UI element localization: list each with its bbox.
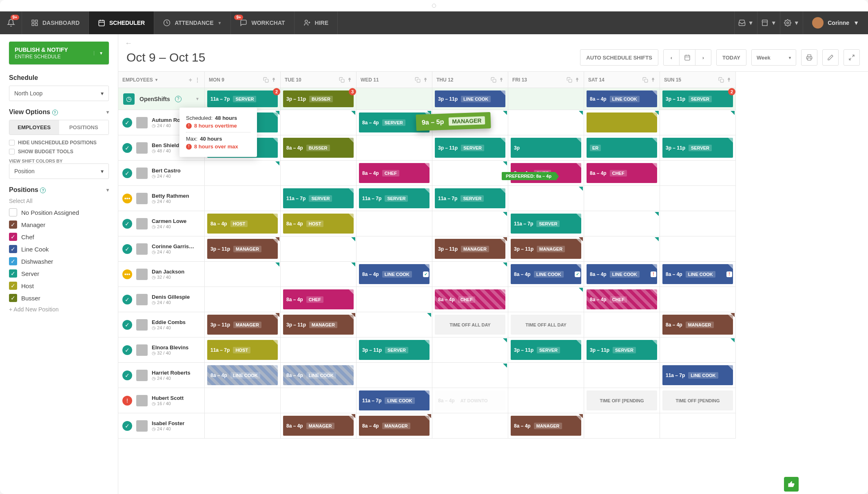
empty-slot[interactable]	[660, 186, 736, 211]
help-icon[interactable]: ?	[52, 110, 58, 115]
empty-slot[interactable]	[508, 363, 584, 388]
openshifts-cell[interactable]: ◷OpenShifts?▼	[118, 88, 205, 110]
empty-slot[interactable]	[508, 186, 584, 211]
empty-slot[interactable]	[356, 135, 432, 161]
empty-slot[interactable]	[281, 110, 356, 135]
pin-icon[interactable]	[651, 77, 655, 83]
shift-slot[interactable]: 11a – 7pSERVER	[281, 186, 356, 211]
empty-slot[interactable]	[584, 312, 660, 337]
open-slot[interactable]: 3p – 11pLINE COOK	[432, 88, 508, 110]
employee-cell[interactable]: ✓Elnora Blevins◷ 32 / 40	[118, 337, 205, 363]
empty-slot[interactable]	[432, 161, 508, 186]
publish-button[interactable]: PUBLISH & NOTIFY ENTIRE SCHEDULE ▼	[9, 42, 109, 64]
shift-block[interactable]: 8a – 4pLINE COOK✓	[511, 264, 581, 284]
employee-cell[interactable]: ✓Harriet Roberts◷ 24 / 40	[118, 363, 205, 388]
open-slot[interactable]: 8a – 4pLINE COOK	[584, 88, 660, 110]
thumbs-up-button[interactable]	[784, 477, 799, 492]
open-shift[interactable]: 11a – 7pSERVER2	[207, 90, 278, 107]
employee-cell[interactable]: ✓Corinne Garris…◷ 24 / 40	[118, 236, 205, 262]
employee-cell[interactable]: ✓Denis Gillespie◷ 24 / 40	[118, 287, 205, 312]
shift-block[interactable]: 3p – 11pSERVER	[587, 340, 657, 360]
shift-slot[interactable]: TIME OFF ALL DAY	[432, 312, 508, 337]
day-header[interactable]: FRI 13	[508, 72, 584, 88]
shift-block[interactable]: 11a – 7pSERVER	[435, 188, 505, 208]
shift-block[interactable]: 8a – 4pCHEF	[359, 163, 430, 183]
shift-block[interactable]: 8a – 4pMANAGER	[662, 315, 733, 335]
shift-block[interactable]: 8a – 4pLINE COOK	[283, 365, 354, 385]
add-employee-icon[interactable]: +	[189, 77, 192, 83]
empty-slot[interactable]	[205, 161, 281, 186]
inbox-button[interactable]: ▼	[734, 11, 757, 34]
shift-slot[interactable]: 3p – 11pSERVER	[584, 337, 660, 363]
shift-slot[interactable]: 11a – 7pHOST	[205, 337, 281, 363]
empty-slot[interactable]	[584, 413, 660, 439]
shift-slot[interactable]: ER	[584, 135, 660, 161]
open-slot[interactable]: 3p – 11pSERVER2	[660, 88, 736, 110]
empty-slot[interactable]	[432, 211, 508, 236]
employee-cell[interactable]: !Hubert Scott◷ 16 / 40	[118, 388, 205, 413]
shift-slot[interactable]: 8a – 4pAT DOWNTO	[432, 388, 508, 413]
nav-dashboard[interactable]: DASHBOARD	[22, 11, 89, 34]
pin-icon[interactable]	[499, 77, 504, 83]
empty-slot[interactable]	[356, 363, 432, 388]
day-header[interactable]: WED 11	[356, 72, 432, 88]
chevron-down-icon[interactable]: ▼	[94, 51, 103, 55]
open-slot[interactable]: 3p – 11pBUSSER3	[281, 88, 356, 110]
user-menu[interactable]: Corinne ▼	[803, 11, 868, 34]
back-button[interactable]: ←	[118, 34, 868, 48]
empty-slot[interactable]	[508, 110, 584, 135]
copy-day-icon[interactable]	[263, 77, 269, 83]
copy-day-icon[interactable]	[339, 77, 345, 83]
shift-slot[interactable]: 11a – 7pLINE COOK	[356, 388, 432, 413]
shift-slot[interactable]: 8a – 4pLINE COOK	[205, 363, 281, 388]
help-icon[interactable]: ?	[40, 187, 46, 193]
shift-block[interactable]: 8a – 4pLINE COOK!	[662, 264, 733, 284]
copy-day-icon[interactable]	[491, 77, 496, 83]
day-header[interactable]: SAT 14	[584, 72, 660, 88]
shift-block[interactable]: 11a – 7pLINE COOK	[359, 390, 430, 410]
shift-block[interactable]: 8a – 4pCHEF	[435, 289, 505, 309]
open-slot[interactable]: 11a – 7pSERVER2	[205, 88, 281, 110]
shift-slot[interactable]: 3p – 11pSERVER	[508, 337, 584, 363]
hide-unscheduled-checkbox[interactable]: HIDE UNSCHEDULED POSITIONS	[9, 140, 109, 146]
open-shift[interactable]: 8a – 4pLINE COOK	[587, 90, 657, 107]
shift-slot[interactable]: 3p – 11pSERVER	[432, 135, 508, 161]
shift-slot[interactable]: 3p – 11pMANAGER	[281, 312, 356, 337]
colors-by-select[interactable]: Position ▾	[9, 163, 109, 179]
shift-slot[interactable]: 11a – 7pSERVER	[432, 186, 508, 211]
employee-cell[interactable]: ✓Isabel Foster◷ 24 / 40	[118, 413, 205, 439]
notifications-button[interactable]: 9+	[0, 11, 22, 34]
empty-slot[interactable]	[432, 413, 508, 439]
shift-block[interactable]: 8a – 4pMANAGER	[283, 416, 354, 436]
empty-slot[interactable]	[584, 186, 660, 211]
shift-slot[interactable]: 11a – 7pSERVER	[356, 186, 432, 211]
position-filter-linecook[interactable]: ✓Line Cook	[9, 245, 109, 253]
shift-block[interactable]: 8a – 4pHOST	[283, 214, 354, 234]
shift-slot[interactable]: 8a – 4pHOST	[205, 211, 281, 236]
shift-slot[interactable]: 3p	[508, 135, 584, 161]
shift-slot[interactable]: 8a – 4pCHEF	[584, 161, 660, 186]
shift-block[interactable]: 3p – 11pMANAGER	[207, 239, 278, 259]
shift-slot[interactable]: 8a – 4pMANAGER	[660, 312, 736, 337]
empty-slot[interactable]	[432, 337, 508, 363]
shift-block[interactable]: 8a – 4pMANAGER	[359, 416, 430, 436]
pin-icon[interactable]	[347, 77, 352, 83]
empty-slot[interactable]	[281, 236, 356, 262]
empty-slot[interactable]	[205, 287, 281, 312]
shift-block[interactable]: 3p – 11pMANAGER	[283, 315, 354, 335]
shift-block[interactable]: 8a – 4pLINE COOK✓	[359, 264, 430, 284]
shift-block[interactable]	[587, 112, 657, 132]
shift-block[interactable]: 11a – 7pSERVER	[511, 214, 581, 234]
position-filter-busser[interactable]: ✓Busser	[9, 294, 109, 302]
shift-block[interactable]: 8a – 4pBUSSER	[283, 138, 354, 158]
employee-cell[interactable]: ✓Eddie Combs◷ 24 / 40	[118, 312, 205, 337]
shift-block[interactable]: 8a – 4pCHEF	[587, 289, 657, 309]
help-icon[interactable]: ?	[175, 96, 182, 102]
view-options-title[interactable]: View Options ? ▾	[9, 108, 109, 116]
shift-block[interactable]: 8a – 4pCHEF	[587, 163, 657, 183]
nav-attendance[interactable]: ATTENDANCE ▼	[154, 11, 231, 34]
position-filter-manager[interactable]: ✓Manager	[9, 221, 109, 229]
empty-slot[interactable]	[281, 388, 356, 413]
copy-day-icon[interactable]	[415, 77, 421, 83]
empty-slot[interactable]	[356, 236, 432, 262]
